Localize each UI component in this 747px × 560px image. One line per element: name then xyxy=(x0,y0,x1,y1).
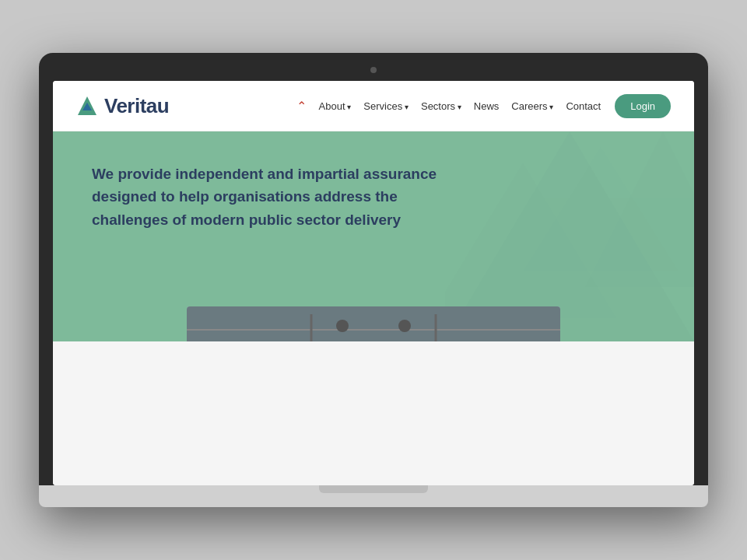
svg-rect-9 xyxy=(187,306,560,341)
laptop-base xyxy=(39,485,708,507)
nav-about[interactable]: About xyxy=(314,97,356,115)
logo-icon xyxy=(76,95,98,117)
hero-text: We provide independent and impartial ass… xyxy=(92,163,465,231)
laptop-screen: Veritau ⌃ About Services Sectors News Ca… xyxy=(53,81,694,485)
nav-links: ⌃ About Services Sectors News Careers Co… xyxy=(296,94,671,118)
hero-section: We provide independent and impartial ass… xyxy=(53,131,694,341)
login-button[interactable]: Login xyxy=(615,94,671,118)
logo-text: Veritau xyxy=(104,94,169,118)
hero-image-svg xyxy=(187,306,560,341)
site-navigation: Veritau ⌃ About Services Sectors News Ca… xyxy=(53,81,694,131)
nav-services[interactable]: Services xyxy=(359,97,413,115)
nav-sectors[interactable]: Sectors xyxy=(416,97,466,115)
hero-image xyxy=(187,306,560,341)
nav-careers[interactable]: Careers xyxy=(507,97,558,115)
nav-contact[interactable]: Contact xyxy=(561,97,605,115)
logo[interactable]: Veritau xyxy=(76,94,169,118)
svg-point-12 xyxy=(336,320,349,332)
laptop-frame: Veritau ⌃ About Services Sectors News Ca… xyxy=(39,53,708,507)
laptop-camera xyxy=(370,67,377,73)
white-section xyxy=(53,341,694,485)
nav-news[interactable]: News xyxy=(469,97,504,115)
svg-point-13 xyxy=(398,320,411,332)
home-icon[interactable]: ⌃ xyxy=(296,99,307,114)
